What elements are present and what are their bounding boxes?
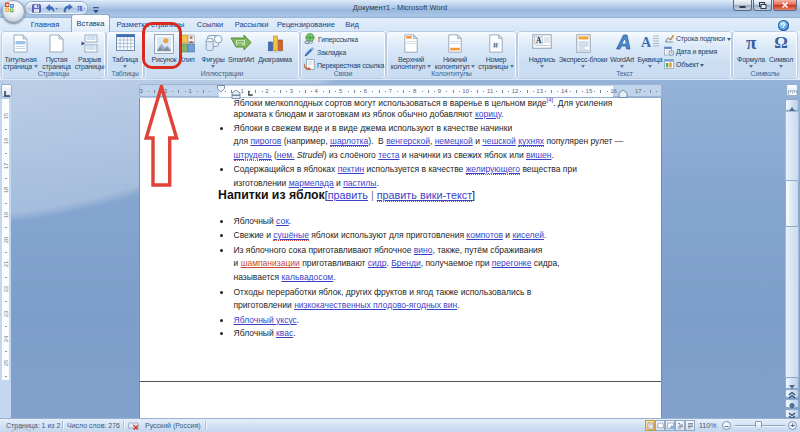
- document-link[interactable]: нем.: [277, 150, 295, 160]
- page-break-button[interactable]: Разрывстраницы: [74, 34, 105, 53]
- redo-icon[interactable]: [63, 4, 73, 13]
- view-web-layout-button[interactable]: [665, 420, 675, 431]
- view-fullscreen-button[interactable]: [655, 420, 665, 431]
- date-time-button[interactable]: Дата и время: [664, 46, 717, 57]
- title-page-button[interactable]: Титульнаястраница: [2, 34, 39, 53]
- word-count[interactable]: Число слов: 276: [67, 419, 120, 432]
- ruler-tick: [360, 91, 361, 92]
- first-line-indent-marker[interactable]: [216, 85, 226, 98]
- document-link[interactable]: кухнях: [518, 136, 544, 147]
- tab-6[interactable]: Вид: [338, 18, 366, 31]
- equation-qat-icon[interactable]: π: [77, 2, 82, 13]
- document-link[interactable]: киселей: [512, 230, 544, 240]
- restore-button[interactable]: [753, 0, 772, 11]
- document-link[interactable]: квас: [276, 328, 293, 338]
- blank-page-button[interactable]: Пустаястраница: [39, 34, 74, 53]
- quick-parts-button[interactable]: Экспресс-блоки: [558, 34, 608, 53]
- close-button[interactable]: [773, 0, 797, 11]
- bookmark-button[interactable]: Закладка: [304, 46, 346, 58]
- scrollbar-track[interactable]: [785, 111, 799, 389]
- tab-5[interactable]: Рецензирование: [272, 18, 340, 31]
- tab-4[interactable]: Рассылки: [229, 18, 274, 31]
- ruler-tick: [403, 90, 404, 93]
- document-link[interactable]: -текст: [442, 189, 472, 202]
- status-divider: [62, 421, 63, 430]
- document-link[interactable]: теста: [378, 150, 399, 160]
- smartart-button[interactable]: SmartArt: [225, 34, 257, 53]
- tab-1[interactable]: Вставка: [71, 14, 110, 32]
- help-button[interactable]: ?: [778, 20, 789, 31]
- save-icon[interactable]: [32, 4, 41, 13]
- minimize-button[interactable]: [733, 0, 752, 11]
- document-link-red[interactable]: шампанизации: [241, 258, 300, 268]
- document-link[interactable]: чешской: [482, 136, 516, 146]
- tab-selector[interactable]: [1, 84, 12, 97]
- ruler-tick: [197, 91, 198, 92]
- document-link[interactable]: Яблочный уксус: [234, 315, 297, 325]
- document-link[interactable]: вишен: [526, 150, 552, 160]
- undo-icon[interactable]: [45, 4, 58, 13]
- document-link[interactable]: вино: [414, 245, 433, 255]
- ruler-toggle-button[interactable]: [786, 84, 798, 97]
- select-browse-object-button[interactable]: [785, 399, 799, 408]
- zoom-in-button[interactable]: +: [788, 421, 797, 430]
- document-link[interactable]: корицу: [475, 109, 501, 119]
- table-button[interactable]: Таблица: [107, 34, 143, 51]
- view-print-layout-button[interactable]: [645, 420, 655, 431]
- icon-glyph: [788, 392, 796, 399]
- tab-3[interactable]: Ссылки: [191, 18, 229, 31]
- document-link[interactable]: перегонке: [492, 258, 532, 268]
- document-link[interactable]: шарлотка: [330, 136, 368, 147]
- right-indent-marker[interactable]: [618, 90, 628, 98]
- scroll-down-button[interactable]: [785, 377, 799, 389]
- ruler-tick: [5, 301, 7, 302]
- shapes-button[interactable]: Фигуры: [199, 34, 227, 53]
- dropcap-button[interactable]: A Буквица: [635, 34, 665, 49]
- office-button[interactable]: [2, 0, 25, 23]
- qat-customize-icon[interactable]: [92, 6, 101, 15]
- view-outline-button[interactable]: [675, 420, 685, 431]
- chart-button[interactable]: Диаграмма: [254, 34, 296, 53]
- document-link[interactable]: Бренди: [391, 258, 420, 268]
- language-indicator[interactable]: Русский (Россия): [145, 419, 201, 432]
- zoom-level[interactable]: 110%: [699, 419, 716, 432]
- document-link[interactable]: желирующего: [466, 164, 520, 175]
- hanging-indent-marker[interactable]: [231, 90, 241, 99]
- wordart-button[interactable]: WordArt: [606, 34, 638, 50]
- list-bullet: [220, 319, 223, 322]
- document-link[interactable]: штрудель: [234, 150, 272, 161]
- next-page-button[interactable]: [785, 409, 799, 418]
- button-label: Разрыв: [74, 56, 105, 63]
- zoom-slider-thumb[interactable]: [755, 421, 762, 430]
- document-link[interactable]: компотов: [466, 230, 503, 240]
- scroll-up-button[interactable]: [785, 99, 799, 111]
- zoom-out-button[interactable]: –: [722, 421, 731, 430]
- hyperlink-button[interactable]: Гиперссылка: [304, 33, 358, 45]
- document-link[interactable]: низкокачественных плодово-ягодных вин: [294, 300, 457, 310]
- page-number-button[interactable]: Номерстраницы: [477, 34, 515, 53]
- document-link[interactable]: править: [328, 189, 368, 201]
- equation-button[interactable]: π Формула: [735, 34, 767, 53]
- signature-line-button[interactable]: Строка подписи: [664, 33, 731, 44]
- symbol-button[interactable]: Ω Символ: [768, 34, 794, 53]
- footer-button[interactable]: Нижнийколонтитул: [433, 34, 477, 53]
- view-draft-button[interactable]: [685, 420, 695, 431]
- proofing-error-icon[interactable]: [128, 422, 139, 431]
- vertical-ruler[interactable]: 1516171819202122232425: [0, 99, 11, 418]
- header-button[interactable]: Верхнийколонтитул: [389, 34, 433, 53]
- document-link[interactable]: пирогов: [250, 136, 281, 146]
- previous-page-button[interactable]: [785, 389, 799, 398]
- document-link[interactable]: кальвадосом: [281, 272, 333, 282]
- button-label: WordArt: [606, 56, 638, 63]
- document-link[interactable]: править вики: [377, 189, 443, 202]
- document-link[interactable]: сидр: [368, 258, 387, 268]
- document-link[interactable]: сок: [276, 216, 289, 226]
- object-button[interactable]: Объект: [664, 59, 704, 70]
- document-link[interactable]: венгерской: [386, 136, 430, 146]
- scrollbar-thumb[interactable]: [785, 180, 799, 227]
- document-link[interactable]: немецкой: [435, 136, 473, 146]
- document-link[interactable]: сушёные: [273, 230, 309, 241]
- document-link[interactable]: пектин: [338, 164, 364, 174]
- tab-0[interactable]: Главная: [24, 18, 66, 31]
- horizontal-ruler[interactable]: 3211234567891011121314151617: [139, 84, 662, 97]
